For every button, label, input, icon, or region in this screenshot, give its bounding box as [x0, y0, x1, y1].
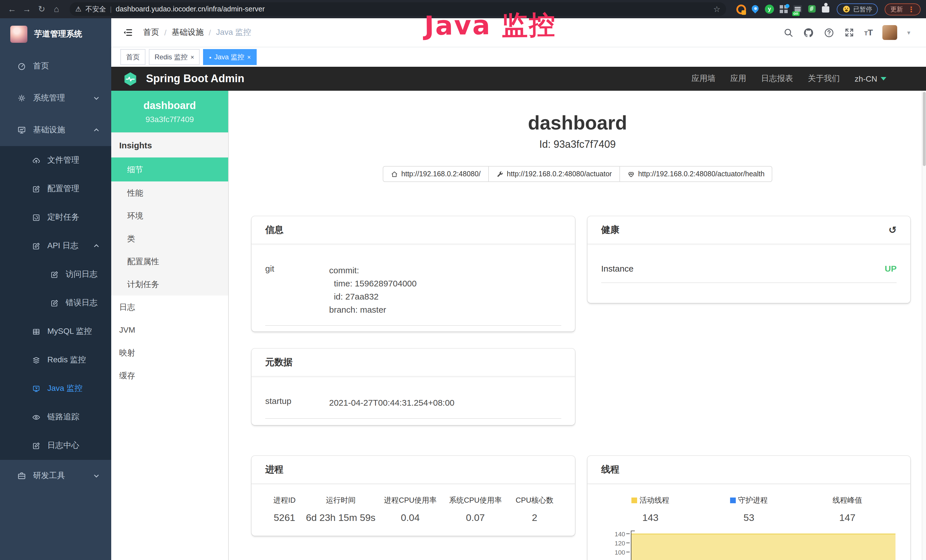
sba-menu-mappings[interactable]: 映射: [111, 341, 228, 364]
link-label: http://192.168.0.2:48080/: [401, 170, 481, 178]
sidebar-item-error-log[interactable]: 错误日志: [0, 289, 111, 317]
app-logo[interactable]: 芋道管理系统: [0, 18, 111, 50]
log-icon: [32, 242, 41, 250]
scrollbar-thumb[interactable]: [923, 92, 926, 166]
breadcrumb-infrastructure[interactable]: 基础设施: [172, 27, 204, 38]
chevron-down-icon: [92, 471, 101, 480]
profile-paused-badge[interactable]: 已暂停: [837, 3, 878, 15]
sba-nav-journal[interactable]: 日志报表: [761, 74, 793, 84]
sba-brand[interactable]: Spring Boot Admin: [146, 73, 686, 85]
process-value-cpu-cores: 2: [508, 512, 561, 524]
sidebar-item-access-log[interactable]: 访问日志: [0, 260, 111, 289]
sidebar-item-label: 首页: [33, 61, 49, 71]
browser-reload-icon[interactable]: ↻: [35, 2, 48, 16]
sidebar-item-config-mgmt[interactable]: 配置管理: [0, 175, 111, 203]
tag-java-monitor[interactable]: ● Java 监控 ×: [203, 49, 257, 65]
health-card: 健康 ↺ Instance UP: [587, 216, 910, 303]
kv-value: 2021-04-27T00:44:31.254+08:00: [329, 396, 561, 409]
insecure-warning-icon[interactable]: ⚠: [75, 5, 82, 13]
threads-chart: 140 120 100: [605, 531, 897, 560]
instance-actuator-link[interactable]: http://192.168.0.2:48080/actuator: [488, 166, 620, 182]
gear-icon: [17, 94, 26, 103]
sidebar-item-tracing[interactable]: 链路追踪: [0, 403, 111, 431]
address-bar[interactable]: ⚠ 不安全 | dashboard.yudao.iocoder.cn/infra…: [70, 2, 726, 16]
help-icon[interactable]: [824, 27, 834, 38]
instance-home-link[interactable]: http://192.168.0.2:48080/: [383, 166, 489, 182]
sidebar-item-api-log[interactable]: API 日志: [0, 232, 111, 260]
sba-menu-jvm[interactable]: JVM: [111, 318, 228, 341]
live-threads-area-series: [631, 533, 896, 560]
sba-locale-select[interactable]: zh-CN: [855, 74, 887, 83]
close-icon[interactable]: ×: [191, 54, 194, 61]
content-scrollbar[interactable]: [922, 91, 926, 560]
sidebar-item-dev-tools[interactable]: 研发工具: [0, 460, 111, 492]
sidebar-fold-icon[interactable]: [123, 27, 133, 38]
edit-icon: [32, 185, 41, 193]
page-title: dashboard: [229, 111, 926, 134]
sba-menu-caches[interactable]: 缓存: [111, 364, 228, 387]
eyedropper-extension-icon[interactable]: [736, 5, 746, 14]
font-size-icon[interactable]: TT: [864, 27, 873, 38]
y-extension-icon[interactable]: y: [765, 5, 774, 14]
legend-peak-threads: 线程峰值: [798, 495, 897, 506]
sidebar-item-java-monitor[interactable]: Java 监控: [0, 374, 111, 403]
sba-menu-details[interactable]: 细节: [111, 157, 228, 182]
spring-boot-admin-logo-icon[interactable]: [123, 71, 138, 86]
breadcrumb-home[interactable]: 首页: [143, 27, 159, 38]
sba-menu-environment[interactable]: 环境: [111, 204, 228, 227]
grid-extension-icon[interactable]: [779, 5, 788, 14]
sba-menu-metrics[interactable]: 性能: [111, 182, 228, 204]
user-avatar[interactable]: [883, 25, 897, 40]
screenshot-stage: ← → ↻ ⌂ ⚠ 不安全 | dashboard.yudao.iocoder.…: [0, 0, 926, 560]
sidebar-item-log-center[interactable]: 日志中心: [0, 431, 111, 460]
sba-nav-applications[interactable]: 应用: [730, 74, 746, 84]
user-menu-caret-icon[interactable]: ▾: [907, 29, 910, 36]
sba-nav-about[interactable]: 关于我们: [808, 74, 840, 84]
sidebar-item-infrastructure[interactable]: 基础设施: [0, 114, 111, 146]
sba-menu-group-insights[interactable]: Insights: [111, 132, 228, 157]
bookmark-star-icon[interactable]: ☆: [713, 5, 720, 14]
instance-health-link[interactable]: http://192.168.0.2:48080/actuator/health: [619, 166, 772, 182]
sidebar-item-label: 链路追踪: [47, 412, 79, 422]
sidebar-item-system-mgmt[interactable]: 系统管理: [0, 82, 111, 114]
browser-back-icon[interactable]: ←: [6, 2, 18, 16]
sidebar-item-home[interactable]: 首页: [0, 50, 111, 82]
close-icon[interactable]: ×: [247, 54, 251, 61]
browser-menu-icon[interactable]: ⋮: [908, 5, 915, 14]
briefcase-icon: [17, 471, 26, 480]
tag-home[interactable]: 首页: [120, 49, 145, 65]
history-icon[interactable]: ↺: [889, 224, 897, 236]
log-icon: [32, 441, 41, 450]
browser-forward-icon[interactable]: →: [21, 2, 33, 16]
tag-redis-monitor[interactable]: Redis 监控 ×: [149, 49, 200, 65]
security-label[interactable]: 不安全: [86, 4, 106, 14]
paused-label: 已暂停: [853, 5, 872, 14]
url-divider: |: [110, 5, 112, 13]
browser-update-button[interactable]: 更新 ⋮: [885, 3, 921, 15]
pin-extension-icon[interactable]: [750, 5, 760, 14]
sidebar-item-redis-monitor[interactable]: Redis 监控: [0, 346, 111, 374]
github-icon[interactable]: [803, 27, 814, 38]
sidebar-item-scheduled-jobs[interactable]: 定时任务: [0, 203, 111, 232]
metadata-card-title: 元数据: [265, 356, 293, 368]
sidebar-item-file-mgmt[interactable]: 文件管理: [0, 146, 111, 175]
process-header-uptime: 运行时间: [304, 495, 378, 506]
sba-nav-wallboard[interactable]: 应用墙: [691, 74, 716, 84]
puzzle-extension-icon[interactable]: [822, 5, 831, 14]
sidebar-item-mysql-monitor[interactable]: MySQL 监控: [0, 317, 111, 346]
browser-home-icon[interactable]: ⌂: [50, 2, 63, 16]
tag-label: Java 监控: [214, 52, 244, 62]
legend-daemon-threads: 守护进程: [699, 495, 798, 506]
leaf-extension-icon[interactable]: [808, 5, 817, 14]
url-text[interactable]: dashboard.yudao.iocoder.cn/infra/admin-s…: [116, 5, 709, 13]
threads-card: 线程 活动线程 143 守护进程: [587, 456, 910, 560]
sba-menu-classes[interactable]: 类: [111, 227, 228, 250]
search-icon[interactable]: [783, 27, 793, 38]
switch-extension-icon[interactable]: on: [793, 5, 802, 14]
app-title: 芋道管理系统: [34, 29, 82, 39]
sba-instance-header[interactable]: dashboard 93a3fc7f7409: [111, 91, 228, 132]
fullscreen-icon[interactable]: [844, 27, 855, 38]
sba-menu-configprops[interactable]: 配置属性: [111, 250, 228, 273]
sba-menu-logs[interactable]: 日志: [111, 295, 228, 318]
sba-menu-scheduled-tasks[interactable]: 计划任务: [111, 273, 228, 295]
